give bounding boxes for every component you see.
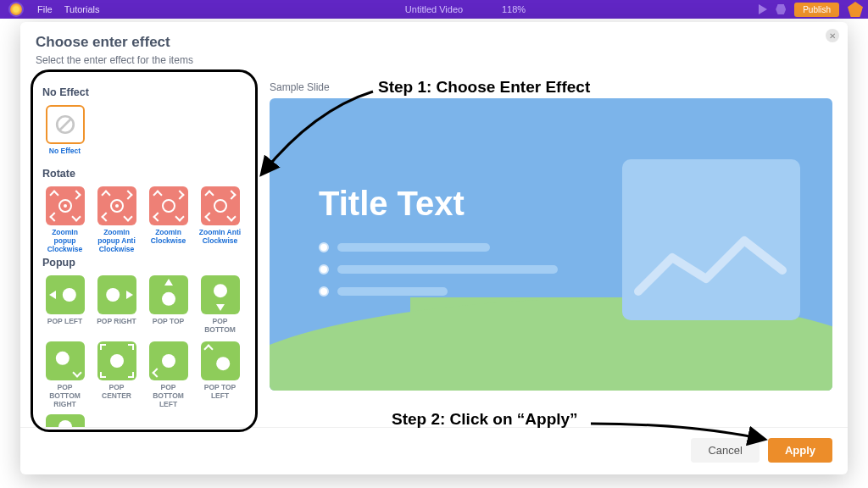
app-logo-icon — [8, 2, 24, 17]
section-header-popup: Popup — [42, 257, 249, 269]
effect-rotate-0[interactable]: ZoomIn popup Clockwise — [42, 186, 87, 253]
effect-popup-7[interactable]: POP TOP LEFT — [198, 341, 242, 408]
section-header-rotate: Rotate — [42, 168, 249, 180]
modal-header: Choose enter effect Select the enter eff… — [20, 22, 848, 75]
publish-button[interactable]: Publish — [794, 3, 839, 17]
sample-bullets — [319, 242, 558, 297]
effect-label: POP BOTTOM RIGHT — [42, 384, 87, 408]
effect-label: ZoomIn popup Clockwise — [42, 229, 87, 253]
svg-line-1 — [59, 119, 70, 130]
apply-button[interactable]: Apply — [768, 438, 832, 463]
modal-footer: Cancel Apply — [20, 427, 848, 474]
effect-rotate-1[interactable]: ZoomIn popup Anti Clockwise — [94, 186, 139, 253]
effect-popup-3[interactable]: POP BOTTOM — [198, 275, 242, 335]
modal-title: Choose enter effect — [36, 34, 832, 51]
effect-popup-2[interactable]: POP TOP — [146, 275, 191, 335]
effect-label: POP RIGHT — [97, 318, 136, 335]
effect-label: POP CENTER — [94, 384, 139, 401]
effect-popup-more[interactable] — [42, 414, 87, 427]
play-icon[interactable] — [759, 4, 767, 14]
effect-popup-4[interactable]: POP BOTTOM RIGHT — [42, 341, 87, 408]
preview-pane: Sample Slide Title Text — [270, 75, 832, 427]
sample-title-text: Title Text — [319, 185, 465, 223]
effect-popup-1[interactable]: POP RIGHT — [94, 275, 139, 335]
effect-label: POP TOP — [153, 318, 184, 335]
effect-label: No Effect — [49, 147, 81, 164]
zoom-indicator[interactable]: 118% — [502, 4, 526, 14]
cancel-button[interactable]: Cancel — [691, 438, 759, 463]
effect-rotate-2[interactable]: ZoomIn Clockwise — [146, 186, 191, 253]
no-effect-icon — [54, 114, 76, 136]
menu-tutorials[interactable]: Tutorials — [64, 4, 100, 14]
effect-label: POP LEFT — [47, 318, 82, 335]
app-topbar: File Tutorials Untitled Video 118% Publi… — [0, 0, 868, 19]
effect-label: ZoomIn Clockwise — [146, 229, 191, 246]
effect-label: POP TOP LEFT — [198, 384, 242, 401]
modal-subtitle: Select the enter effect for the items — [36, 54, 832, 66]
menu-file[interactable]: File — [37, 4, 53, 14]
effect-popup-0[interactable]: POP LEFT — [42, 275, 87, 335]
share-icon[interactable] — [776, 4, 786, 14]
sample-slide: Title Text — [270, 98, 832, 391]
annotation-step2: Step 2: Click on “Apply” — [392, 410, 578, 429]
annotation-step1: Step 1: Choose Enter Effect — [378, 78, 590, 97]
effect-no-effect[interactable]: No Effect — [42, 105, 87, 164]
image-placeholder-icon — [622, 159, 800, 320]
effect-rotate-3[interactable]: ZoomIn Anti Clockwise — [198, 186, 242, 253]
effect-popup-6[interactable]: POP BOTTOM LEFT — [146, 341, 191, 408]
section-header-none: No Effect — [42, 86, 249, 98]
effects-panel: No Effect No Effect Rotate ZoomIn popup … — [36, 75, 253, 427]
effect-label: ZoomIn popup Anti Clockwise — [94, 229, 139, 253]
brand-mascot-icon — [848, 2, 863, 17]
effect-label: POP BOTTOM — [198, 318, 242, 335]
document-title: Untitled Video — [405, 4, 463, 14]
effect-label: ZoomIn Anti Clockwise — [198, 229, 242, 246]
effect-popup-5[interactable]: POP CENTER — [94, 341, 139, 408]
close-icon[interactable]: ✕ — [826, 29, 839, 42]
effect-label: POP BOTTOM LEFT — [146, 384, 191, 408]
